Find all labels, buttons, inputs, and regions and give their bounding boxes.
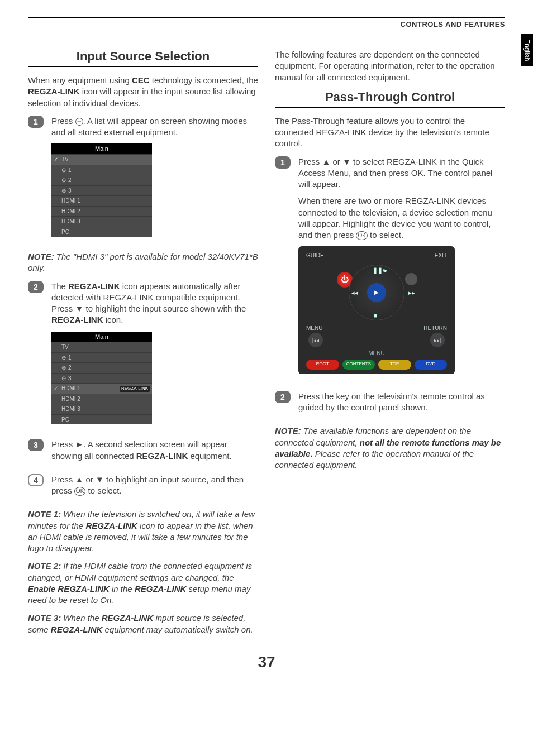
osd-row: HDMI 3 — [51, 216, 152, 227]
osd-row: ⊖ 2 — [51, 175, 152, 185]
rewind-icon: ◂◂ — [351, 289, 358, 297]
osd-row: ⊖ 1 — [51, 165, 152, 175]
osd-row: HDMI 1 — [51, 195, 152, 206]
step-2: 2 The REGZA-LINK icon appears automatica… — [28, 281, 258, 433]
right-column: The following features are dependent on … — [275, 49, 505, 642]
pause-play-icon: ❚❚/▸ — [373, 266, 388, 275]
step-number-4: 4 — [28, 474, 44, 486]
forward-icon: ▸▸ — [408, 289, 415, 297]
stop-icon: ■ — [374, 312, 378, 320]
osd-list-1: Main TV ⊖ 1 ⊖ 2 ⊖ 3 HDMI 1 HDMI 2 HDMI 3… — [51, 143, 152, 237]
osd-row: TV — [51, 342, 152, 352]
step-number-2: 2 — [28, 281, 44, 293]
top-button: TOP — [378, 360, 411, 370]
step-number-1: 1 — [275, 156, 291, 169]
osd-row: HDMI 2 — [51, 206, 152, 217]
note-1: NOTE 1: When the television is switched … — [28, 509, 258, 554]
step-3-text: Press ►. A second selection screen will … — [51, 439, 258, 462]
pt-step-2-text: Press the key on the television's remote… — [298, 391, 505, 414]
step-number-2: 2 — [275, 391, 291, 403]
panel-exit-label: EXIT — [435, 252, 447, 260]
play-button-icon: ▶ — [367, 283, 386, 302]
panel-return-label: RETURN — [423, 324, 447, 332]
step-4: 4 Press ▲ or ▼ to highlight an input sou… — [28, 474, 258, 503]
contents-button: CONTENTS — [342, 360, 375, 370]
pt-step-1: 1 Press ▲ or ▼ to select REGZA-LINK in t… — [275, 156, 505, 384]
dvd-button: DVD — [415, 360, 448, 370]
ok-icon: OK — [74, 487, 85, 496]
osd-row: ⊖ 2 — [51, 362, 152, 373]
step-3: 3 Press ►. A second selection screen wil… — [28, 439, 258, 467]
osd-row: HDMI 3 — [51, 404, 152, 414]
step-2-text: The REGZA-LINK icon appears automaticall… — [51, 281, 258, 326]
panel-menu-label: MENU — [306, 324, 322, 332]
language-tab: English — [521, 34, 533, 66]
step-number-3: 3 — [28, 439, 44, 451]
remote-control-panel: GUIDE EXIT ⏻ ❚❚/▸ ◂◂ ▸▸ ▶ — [298, 246, 455, 374]
note-3: NOTE 3: When the REGZA-LINK input source… — [28, 613, 258, 635]
osd-row: TV — [51, 154, 152, 165]
section-title-input-source: Input Source Selection — [28, 49, 258, 67]
note-2: NOTE 2: If the HDMI cable from the conne… — [28, 561, 258, 606]
osd-row: ⊖ 3 — [51, 373, 152, 384]
left-column: Input Source Selection When any equipmen… — [28, 49, 258, 642]
panel-menu-center-label: MENU — [306, 350, 447, 357]
pass-through-lead: The Pass-Through feature allows you to c… — [275, 116, 505, 150]
osd-row: PC — [51, 227, 152, 237]
page-number: 37 — [28, 653, 505, 671]
osd-row: PC — [51, 414, 152, 425]
pt-note: NOTE: The available functions are depend… — [275, 425, 505, 471]
note-hdmi3: NOTE: The "HDMI 3" port is available for… — [28, 251, 258, 274]
osd-row: ⊖ 1 — [51, 352, 152, 363]
intro-paragraph: When any equipment using CEC technology … — [28, 75, 258, 109]
header-section: CONTROLS AND FEATURES — [401, 20, 505, 28]
step-1-text: Press . A list will appear on screen sho… — [51, 116, 258, 138]
right-intro: The following features are dependent on … — [275, 49, 505, 83]
ok-icon: OK — [356, 231, 367, 240]
osd-list-2: Main TV ⊖ 1 ⊖ 2 ⊖ 3 HDMI 1REGZA-LINK HDM… — [51, 332, 152, 425]
step-1: 1 Press . A list will appear on screen s… — [28, 116, 258, 245]
panel-guide-label: GUIDE — [306, 252, 324, 260]
skip-forward-icon: ▸▸| — [430, 333, 445, 347]
skip-back-icon: |◂◂ — [308, 333, 323, 347]
step-4-text: Press ▲ or ▼ to highlight an input sourc… — [51, 474, 258, 497]
step-number-1: 1 — [28, 116, 44, 128]
exit-button-icon — [405, 273, 417, 285]
pt-step-1b: When there are two or more REGZA-LINK de… — [298, 195, 505, 241]
osd-row: HDMI 2 — [51, 394, 152, 404]
section-title-pass-through: Pass-Through Control — [275, 90, 505, 108]
pt-step-2: 2 Press the key on the television's remo… — [275, 391, 505, 419]
root-button: ROOT — [306, 360, 339, 370]
input-icon — [75, 118, 83, 126]
osd-row: ⊖ 3 — [51, 185, 152, 196]
osd-row: HDMI 1REGZA-LINK — [51, 383, 152, 394]
pt-step-1a: Press ▲ or ▼ to select REGZA-LINK in the… — [298, 156, 505, 190]
